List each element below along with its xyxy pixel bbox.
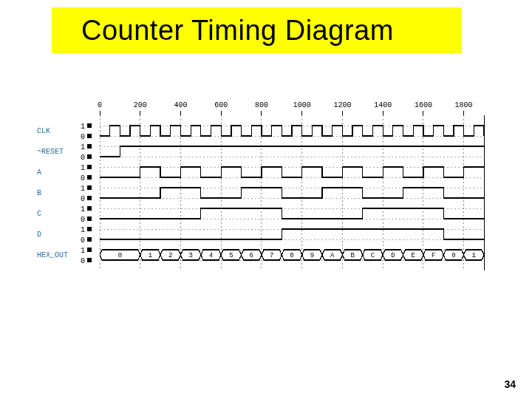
svg-rect-42 [87, 154, 92, 159]
svg-text:1: 1 [81, 205, 85, 214]
svg-text:0: 0 [81, 257, 85, 265]
svg-text:C: C [37, 210, 41, 218]
svg-text:B: B [37, 189, 41, 197]
svg-rect-41 [87, 144, 92, 149]
svg-text:0: 0 [98, 101, 102, 109]
svg-text:0: 0 [81, 216, 85, 224]
svg-text:A: A [330, 252, 335, 259]
svg-rect-55 [87, 185, 92, 190]
svg-text:0: 0 [81, 195, 85, 203]
svg-text:1800: 1800 [455, 101, 473, 109]
svg-rect-63 [87, 216, 92, 221]
svg-text:1200: 1200 [333, 101, 351, 109]
svg-rect-34 [87, 123, 92, 128]
svg-text:400: 400 [174, 101, 187, 109]
page-number: 34 [504, 378, 516, 390]
slide-title: Counter Timing Diagram [81, 15, 394, 47]
svg-text:3: 3 [188, 252, 192, 259]
svg-text:1: 1 [472, 252, 476, 259]
svg-rect-62 [87, 206, 92, 211]
svg-rect-35 [87, 134, 92, 138]
svg-text:C: C [371, 252, 375, 259]
svg-text:5: 5 [229, 252, 233, 259]
svg-rect-48 [87, 165, 92, 169]
svg-text:0: 0 [81, 154, 85, 162]
svg-rect-77 [87, 258, 92, 262]
slide: Counter Timing Diagram 02004006008001000… [0, 0, 532, 399]
svg-text:E: E [412, 252, 415, 259]
timing-chart: 020040060080010001200140016001800CLK10~R… [37, 96, 491, 288]
svg-text:0: 0 [81, 174, 85, 183]
svg-text:A: A [37, 168, 41, 177]
svg-text:600: 600 [214, 101, 228, 109]
svg-text:0: 0 [81, 133, 85, 141]
svg-text:9: 9 [310, 252, 314, 259]
svg-text:1: 1 [81, 247, 85, 255]
svg-text:F: F [432, 252, 435, 259]
svg-text:4: 4 [209, 252, 213, 259]
svg-rect-69 [87, 227, 92, 231]
svg-rect-70 [87, 237, 92, 242]
svg-text:1400: 1400 [374, 101, 392, 109]
svg-rect-49 [87, 175, 92, 180]
svg-rect-76 [87, 248, 92, 252]
svg-text:D: D [37, 231, 41, 239]
svg-text:800: 800 [255, 101, 268, 109]
svg-text:0: 0 [451, 252, 455, 259]
svg-text:HEX_OUT: HEX_OUT [37, 251, 68, 259]
svg-text:0: 0 [118, 252, 122, 259]
svg-text:7: 7 [270, 252, 273, 259]
svg-text:1: 1 [81, 123, 85, 131]
svg-text:6: 6 [250, 252, 253, 259]
svg-text:0: 0 [81, 236, 85, 245]
svg-text:1000: 1000 [293, 101, 311, 109]
svg-text:1: 1 [81, 226, 85, 234]
svg-text:1: 1 [81, 143, 85, 151]
svg-text:CLK: CLK [37, 127, 50, 135]
svg-rect-56 [87, 196, 92, 200]
svg-text:1: 1 [81, 185, 85, 193]
svg-text:B: B [350, 252, 355, 259]
svg-text:D: D [391, 252, 395, 259]
svg-text:1: 1 [149, 252, 152, 259]
svg-text:8: 8 [290, 252, 293, 259]
svg-text:~RESET: ~RESET [37, 148, 64, 156]
title-banner: Counter Timing Diagram [52, 7, 462, 53]
svg-text:1600: 1600 [415, 101, 432, 109]
svg-text:200: 200 [134, 101, 147, 109]
svg-text:1: 1 [81, 164, 85, 172]
svg-text:2: 2 [168, 252, 172, 259]
